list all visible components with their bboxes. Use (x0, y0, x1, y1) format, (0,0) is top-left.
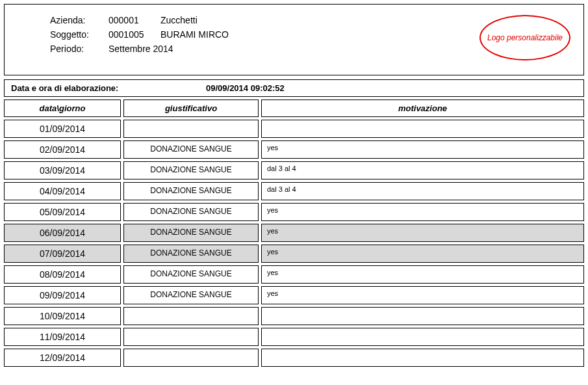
cell-date: 09/09/2014 (4, 286, 121, 304)
col-header-motiv: motivazione (261, 100, 584, 117)
cell-date: 11/09/2014 (4, 328, 121, 346)
azienda-label: Azienda: (50, 15, 109, 25)
azienda-code: 000001 (109, 15, 160, 25)
table-row: 04/09/2014DONAZIONE SANGUEdal 3 al 4 (4, 182, 584, 200)
cell-date: 05/09/2014 (4, 203, 121, 221)
table-row: 03/09/2014DONAZIONE SANGUEdal 3 al 4 (4, 161, 584, 179)
cell-giustificativo: DONAZIONE SANGUE (123, 203, 259, 221)
table-header-row: data\giorno giustificativo motivazione (4, 100, 584, 117)
cell-giustificativo (123, 120, 259, 138)
elab-value: 09/09/2014 09:02:52 (206, 83, 285, 93)
table-row: 02/09/2014DONAZIONE SANGUEyes (4, 140, 584, 159)
cell-date: 01/09/2014 (4, 120, 121, 138)
azienda-name: Zucchetti (160, 15, 198, 25)
table-row: 08/09/2014DONAZIONE SANGUEyes (4, 265, 584, 284)
cell-date: 07/09/2014 (4, 245, 121, 263)
cell-motivazione: yes (261, 203, 584, 221)
cell-motivazione (261, 120, 584, 138)
cell-giustificativo (123, 307, 259, 325)
cell-giustificativo: DONAZIONE SANGUE (123, 140, 259, 159)
cell-motivazione: dal 3 al 4 (261, 161, 584, 179)
report-header: Azienda: 000001 Zucchetti Soggetto: 0001… (4, 4, 584, 75)
cell-date: 12/09/2014 (4, 349, 121, 367)
cell-date: 02/09/2014 (4, 140, 121, 159)
cell-motivazione: yes (261, 224, 584, 242)
cell-motivazione (261, 328, 584, 346)
periodo-label: Periodo: (50, 44, 109, 54)
cell-giustificativo: DONAZIONE SANGUE (123, 245, 259, 263)
table-row: 06/09/2014DONAZIONE SANGUEyes (4, 224, 584, 242)
table-row: 05/09/2014DONAZIONE SANGUEyes (4, 203, 584, 221)
cell-motivazione: yes (261, 245, 584, 263)
table-row: 01/09/2014 (4, 120, 584, 138)
periodo-value: Settembre 2014 (109, 44, 173, 54)
cell-motivazione: dal 3 al 4 (261, 182, 584, 200)
cell-giustificativo: DONAZIONE SANGUE (123, 265, 259, 284)
table-row: 10/09/2014 (4, 307, 584, 325)
table-row: 07/09/2014DONAZIONE SANGUEyes (4, 245, 584, 263)
cell-motivazione: yes (261, 286, 584, 304)
logo-placeholder: Logo personalizzabile (479, 15, 570, 60)
table-row: 09/09/2014DONAZIONE SANGUEyes (4, 286, 584, 304)
table-row: 11/09/2014 (4, 328, 584, 346)
table-body: 01/09/201402/09/2014DONAZIONE SANGUEyes0… (4, 120, 584, 367)
cell-date: 03/09/2014 (4, 161, 121, 179)
cell-motivazione: yes (261, 265, 584, 284)
soggetto-code: 0001005 (109, 29, 160, 40)
cell-motivazione (261, 307, 584, 325)
elab-label: Data e ora di elaborazione: (11, 83, 206, 93)
soggetto-name: BURAMI MIRCO (160, 29, 229, 40)
cell-giustificativo (123, 349, 259, 367)
cell-date: 04/09/2014 (4, 182, 121, 200)
col-header-giust: giustificativo (123, 100, 259, 117)
logo-text: Logo personalizzabile (487, 33, 563, 42)
cell-date: 08/09/2014 (4, 265, 121, 284)
table-row: 12/09/2014 (4, 349, 584, 367)
col-header-date: data\giorno (4, 100, 121, 117)
cell-giustificativo: DONAZIONE SANGUE (123, 161, 259, 179)
cell-giustificativo (123, 328, 259, 346)
cell-motivazione: yes (261, 140, 584, 159)
soggetto-label: Soggetto: (50, 29, 109, 40)
cell-giustificativo: DONAZIONE SANGUE (123, 224, 259, 242)
cell-giustificativo: DONAZIONE SANGUE (123, 182, 259, 200)
elaboration-bar: Data e ora di elaborazione: 09/09/2014 0… (4, 79, 584, 97)
cell-motivazione (261, 349, 584, 367)
cell-date: 06/09/2014 (4, 224, 121, 242)
cell-giustificativo: DONAZIONE SANGUE (123, 286, 259, 304)
cell-date: 10/09/2014 (4, 307, 121, 325)
